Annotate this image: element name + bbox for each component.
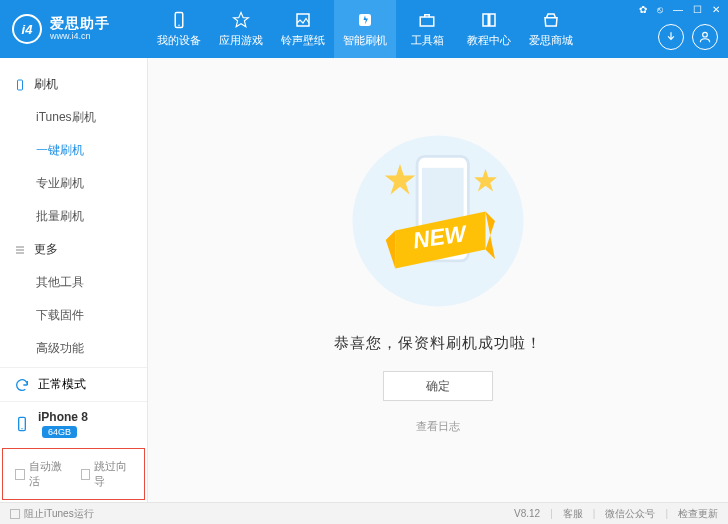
success-illustration: NEW <box>343 126 533 316</box>
checkbox-label: 阻止iTunes运行 <box>24 507 94 521</box>
connected-device[interactable]: iPhone 8 64GB <box>0 401 147 446</box>
checkbox-label: 跳过向导 <box>94 459 132 489</box>
header: i4 爱思助手 www.i4.cn 我的设备 应用游戏 铃声壁纸 智能刷机 工具… <box>0 0 728 58</box>
iphone-icon <box>14 416 30 432</box>
sidebar-group-label: 更多 <box>34 241 58 258</box>
sidebar: 刷机 iTunes刷机 一键刷机 专业刷机 批量刷机 更多 其他工具 下载固件 … <box>0 58 148 502</box>
nav-label: 智能刷机 <box>343 33 387 48</box>
svg-rect-6 <box>18 80 23 90</box>
top-nav: 我的设备 应用游戏 铃声壁纸 智能刷机 工具箱 教程中心 爱思商城 <box>148 0 582 58</box>
main-panel: NEW 恭喜您，保资料刷机成功啦！ 确定 查看日志 <box>148 58 728 502</box>
sidebar-item-advanced[interactable]: 高级功能 <box>0 332 147 365</box>
brand-title: 爱思助手 <box>50 16 110 31</box>
version-label: V8.12 <box>514 508 540 519</box>
view-log-link[interactable]: 查看日志 <box>416 419 460 434</box>
download-button[interactable] <box>658 24 684 50</box>
check-update-link[interactable]: 检查更新 <box>678 507 718 521</box>
brand-subtitle: www.i4.cn <box>50 32 110 42</box>
auto-activate-checkbox[interactable]: 自动激活 <box>15 459 67 489</box>
storage-badge: 64GB <box>42 426 77 438</box>
logo-icon: i4 <box>12 14 42 44</box>
book-icon <box>480 11 498 29</box>
sidebar-item-oneclick-flash[interactable]: 一键刷机 <box>0 134 147 167</box>
support-link[interactable]: 客服 <box>563 507 583 521</box>
flash-options: 自动激活 跳过向导 <box>2 448 145 500</box>
device-icon <box>170 11 188 29</box>
svg-point-8 <box>21 428 22 429</box>
sidebar-group-flash: 刷机 <box>0 68 147 101</box>
nav-my-device[interactable]: 我的设备 <box>148 0 210 58</box>
device-name: iPhone 8 <box>38 410 88 424</box>
sidebar-item-pro-flash[interactable]: 专业刷机 <box>0 167 147 200</box>
wallpaper-icon <box>294 11 312 29</box>
status-bar: 阻止iTunes运行 V8.12 | 客服 | 微信公众号 | 检查更新 <box>0 502 728 524</box>
nav-store[interactable]: 爱思商城 <box>520 0 582 58</box>
success-message: 恭喜您，保资料刷机成功啦！ <box>334 334 542 353</box>
brand-logo: i4 爱思助手 www.i4.cn <box>0 14 148 44</box>
svg-point-1 <box>178 24 180 26</box>
nav-ring-wall[interactable]: 铃声壁纸 <box>272 0 334 58</box>
nav-label: 爱思商城 <box>529 33 573 48</box>
sidebar-item-download-firmware[interactable]: 下载固件 <box>0 299 147 332</box>
user-button[interactable] <box>692 24 718 50</box>
apps-icon <box>232 11 250 29</box>
flash-icon <box>356 11 374 29</box>
refresh-icon <box>14 377 30 393</box>
svg-point-5 <box>703 32 708 37</box>
device-mode[interactable]: 正常模式 <box>0 367 147 401</box>
nav-label: 铃声壁纸 <box>281 33 325 48</box>
nav-label: 工具箱 <box>411 33 444 48</box>
block-itunes-checkbox[interactable]: 阻止iTunes运行 <box>10 507 94 521</box>
nav-label: 教程中心 <box>467 33 511 48</box>
nav-toolbox[interactable]: 工具箱 <box>396 0 458 58</box>
sidebar-item-batch-flash[interactable]: 批量刷机 <box>0 200 147 233</box>
nav-tutorial[interactable]: 教程中心 <box>458 0 520 58</box>
mode-label: 正常模式 <box>38 376 86 393</box>
checkbox-label: 自动激活 <box>29 459 67 489</box>
wechat-link[interactable]: 微信公众号 <box>605 507 655 521</box>
store-icon <box>542 11 560 29</box>
sidebar-item-itunes-flash[interactable]: iTunes刷机 <box>0 101 147 134</box>
nav-label: 应用游戏 <box>219 33 263 48</box>
sidebar-group-more: 更多 <box>0 233 147 266</box>
toolbox-icon <box>418 11 436 29</box>
sidebar-item-other-tools[interactable]: 其他工具 <box>0 266 147 299</box>
nav-app-games[interactable]: 应用游戏 <box>210 0 272 58</box>
phone-icon <box>14 79 26 91</box>
nav-smart-flash[interactable]: 智能刷机 <box>334 0 396 58</box>
menu-icon <box>14 244 26 256</box>
nav-label: 我的设备 <box>157 33 201 48</box>
sidebar-group-label: 刷机 <box>34 76 58 93</box>
confirm-button[interactable]: 确定 <box>383 371 493 401</box>
settings-icon[interactable]: ✿ <box>639 4 647 15</box>
skip-guide-checkbox[interactable]: 跳过向导 <box>81 459 133 489</box>
svg-rect-4 <box>420 17 434 26</box>
